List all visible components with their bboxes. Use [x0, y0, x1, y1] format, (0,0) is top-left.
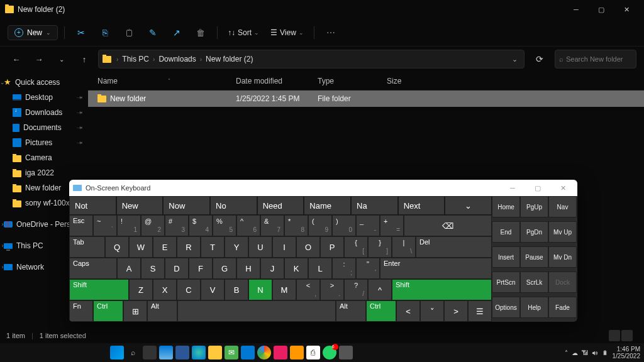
osk-key[interactable]: ^: [368, 279, 392, 300]
taskbar-whatsapp[interactable]: 6: [323, 346, 336, 359]
osk-key[interactable]: }]: [368, 236, 392, 258]
osk-key[interactable]: >.: [320, 279, 344, 300]
osk-key[interactable]: C: [177, 279, 201, 300]
osk-key[interactable]: V: [201, 279, 225, 300]
osk-key[interactable]: :;: [332, 258, 356, 279]
view-button[interactable]: ☰ View ⌄: [267, 28, 308, 37]
osk-key-left[interactable]: <: [396, 300, 420, 322]
osk-key[interactable]: +=: [380, 215, 404, 236]
osk-key[interactable]: F: [189, 258, 213, 279]
osk-key[interactable]: Q: [105, 236, 129, 258]
sidebar-item-desktop[interactable]: Desktop📌︎: [0, 90, 88, 105]
osk-key[interactable]: &7: [260, 215, 284, 236]
search-input[interactable]: ⌕ Search New folder: [555, 50, 636, 69]
rename-icon[interactable]: ✎: [143, 24, 163, 41]
osk-suggestion[interactable]: Next: [398, 196, 445, 215]
sort-button[interactable]: ↑↓ Sort ⌄: [224, 28, 263, 37]
paste-icon[interactable]: 📋︎: [119, 24, 139, 41]
osk-key[interactable]: <,: [296, 279, 320, 300]
taskbar-explorer[interactable]: [208, 346, 222, 359]
breadcrumb-item[interactable]: This PC: [122, 55, 149, 63]
osk-key[interactable]: P: [320, 236, 344, 258]
view-icons-button[interactable]: [621, 330, 633, 341]
osk-key-fn[interactable]: Fn: [69, 300, 93, 322]
osk-key[interactable]: %5: [213, 215, 236, 236]
sidebar-item-documents[interactable]: Documents📌︎: [0, 120, 88, 135]
osk-key[interactable]: *8: [284, 215, 308, 236]
volume-icon[interactable]: 🔊︎: [592, 349, 598, 356]
osk-key-esc[interactable]: Esc: [69, 215, 93, 236]
osk-key[interactable]: @2: [141, 215, 165, 236]
osk-key[interactable]: !1: [117, 215, 141, 236]
osk-key[interactable]: B: [225, 279, 248, 300]
address-bar[interactable]: › This PC › Downloads › New folder (2) ⌄: [98, 50, 525, 69]
osk-key[interactable]: ?/: [344, 279, 368, 300]
copy-icon[interactable]: ⎘: [95, 24, 115, 41]
osk-key[interactable]: ^6: [236, 215, 260, 236]
osk-suggestion[interactable]: No: [210, 196, 257, 215]
sidebar-item-iga[interactable]: iga 2022: [0, 165, 88, 180]
wifi-icon[interactable]: 📶︎: [582, 349, 588, 356]
osk-key-shift-left[interactable]: Shift: [69, 279, 129, 300]
osk-suggestion[interactable]: Now: [163, 196, 210, 215]
taskview-button[interactable]: [143, 346, 157, 359]
osk-key-space[interactable]: [177, 300, 336, 322]
taskbar-chrome[interactable]: [257, 346, 271, 359]
osk-key[interactable]: K: [284, 258, 308, 279]
refresh-button[interactable]: ⟳: [530, 50, 550, 69]
osk-key-mvup[interactable]: Mv Up: [548, 221, 577, 243]
taskbar-app[interactable]: [339, 346, 353, 359]
osk-key[interactable]: #3: [165, 215, 189, 236]
osk-key[interactable]: H: [236, 258, 260, 279]
col-type[interactable]: Type: [318, 77, 387, 85]
taskbar-edge[interactable]: [192, 346, 206, 359]
battery-icon[interactable]: 🔋︎: [602, 349, 608, 356]
osk-key[interactable]: {[: [344, 236, 368, 258]
osk-key-pause[interactable]: Pause: [520, 246, 548, 268]
osk-key-mvdn[interactable]: Mv Dn: [548, 246, 577, 268]
osk-key-prtscn[interactable]: PrtScn: [492, 272, 520, 293]
clock[interactable]: 1:46 PM 1/25/2022: [612, 346, 640, 359]
osk-key-end[interactable]: End: [492, 221, 520, 243]
sidebar-item-downloads[interactable]: Downloads📌︎: [0, 105, 88, 120]
osk-key-fade[interactable]: Fade: [548, 297, 577, 318]
osk-key-win[interactable]: ⊞: [123, 300, 147, 322]
osk-suggestion[interactable]: Name: [304, 196, 351, 215]
osk-key-dock[interactable]: Dock: [548, 272, 577, 293]
osk-key[interactable]: "': [356, 258, 380, 279]
osk-key-ctrl-left[interactable]: Ctrl: [93, 300, 123, 322]
osk-key[interactable]: _-: [356, 215, 380, 236]
col-size[interactable]: Size: [387, 77, 425, 85]
col-date[interactable]: Date modified: [236, 77, 318, 85]
osk-suggestion[interactable]: Na: [351, 196, 398, 215]
taskbar-store[interactable]: [241, 346, 255, 359]
chevron-down-icon[interactable]: ⌄: [512, 55, 520, 63]
osk-titlebar[interactable]: On-Screen Keyboard ─ ▢ ✕: [69, 180, 577, 196]
osk-key-pgup[interactable]: PgUp: [520, 196, 548, 217]
osk-key-ctrl-right[interactable]: Ctrl: [366, 300, 396, 322]
sidebar-quick-access[interactable]: ★ Quick access: [0, 74, 88, 90]
osk-key[interactable]: W: [129, 236, 153, 258]
osk-key-tab[interactable]: Tab: [69, 236, 105, 258]
osk-key-nav[interactable]: Nav: [548, 196, 577, 217]
osk-maximize-button[interactable]: ▢: [527, 184, 548, 192]
delete-icon[interactable]: 🗑︎: [191, 24, 211, 41]
minimize-button[interactable]: ─: [564, 1, 589, 18]
system-tray[interactable]: ˄ ☁ 📶︎ 🔊︎ 🔋︎ 1:46 PM 1/25/2022: [565, 346, 640, 359]
osk-key[interactable]: )0: [332, 215, 356, 236]
osk-key-scrlk[interactable]: ScrLk: [520, 272, 548, 293]
osk-key-alt-left[interactable]: Alt: [147, 300, 177, 322]
osk-suggestion-toggle[interactable]: ⌄: [445, 196, 492, 215]
taskbar-app[interactable]: ✉: [225, 346, 238, 359]
share-icon[interactable]: ↗: [167, 24, 187, 41]
more-icon[interactable]: ⋯: [321, 24, 341, 41]
osk-key-down[interactable]: ˅: [420, 300, 444, 322]
osk-key[interactable]: N: [248, 279, 272, 300]
osk-key[interactable]: M: [272, 279, 296, 300]
cut-icon[interactable]: ✂: [71, 24, 91, 41]
osk-key[interactable]: X: [153, 279, 177, 300]
osk-key[interactable]: Y: [225, 236, 248, 258]
osk-key[interactable]: G: [213, 258, 236, 279]
chevron-up-icon[interactable]: ˄: [565, 349, 568, 356]
taskbar-app[interactable]: ⎙: [306, 346, 320, 359]
